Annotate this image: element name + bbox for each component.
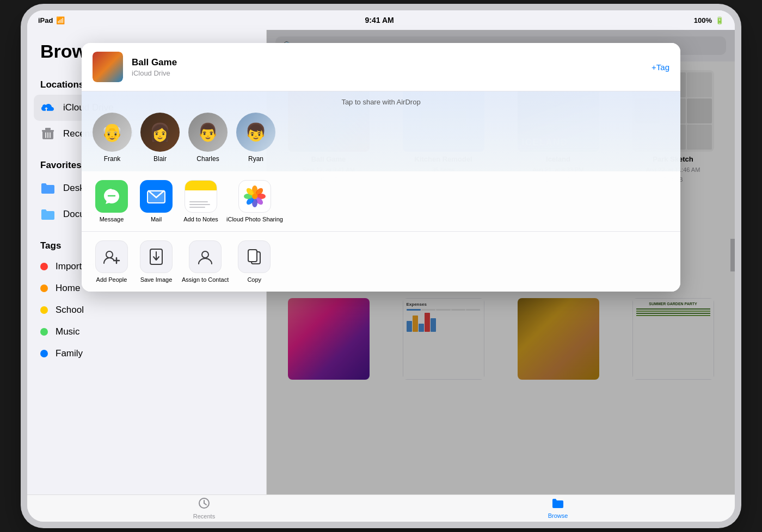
status-bar: iPad 📶 9:41 AM 100% 🔋 [27, 10, 735, 30]
tab-bar: Recents Browse [27, 494, 735, 522]
blair-avatar: 👩 [140, 113, 180, 152]
battery-percentage: 100% [694, 16, 712, 24]
add-people-label: Add People [96, 276, 127, 283]
action-assign-contact[interactable]: Assign to Contact [182, 240, 229, 283]
airdrop-contacts: 👴 Frank 👩 Blair 👨 Charles [93, 113, 669, 163]
svg-line-27 [204, 503, 206, 505]
add-people-icon [95, 240, 128, 273]
assign-contact-label: Assign to Contact [182, 276, 229, 283]
family-dot [40, 350, 48, 357]
icloud-icon [40, 100, 56, 115]
recents-label: Recents [193, 513, 215, 519]
favorites-title: Favorites [40, 160, 82, 171]
wifi-icon: 📶 [56, 16, 65, 24]
share-file-name: Ball Game [132, 57, 643, 68]
recents-icon [198, 497, 210, 512]
home-label: Home [56, 283, 80, 294]
svg-rect-2 [42, 130, 54, 132]
mail-icon [140, 180, 173, 213]
trash-icon [40, 126, 56, 141]
charles-avatar: 👨 [188, 113, 228, 152]
svg-point-17 [106, 251, 113, 258]
documents-folder-icon [40, 207, 56, 222]
locations-title: Locations [40, 79, 84, 90]
share-file-info: Ball Game iCloud Drive [132, 57, 643, 77]
tab-browse[interactable]: Browse [381, 498, 735, 519]
status-left: iPad 📶 [38, 16, 65, 24]
important-dot [40, 263, 48, 270]
ryan-name: Ryan [248, 155, 263, 163]
frank-avatar: 👴 [93, 113, 132, 152]
copy-icon [238, 240, 271, 273]
status-time: 9:41 AM [365, 16, 394, 24]
contact-ryan[interactable]: 👦 Ryan [236, 113, 275, 163]
device-name: iPad [38, 16, 53, 24]
frank-name: Frank [104, 155, 121, 163]
share-file-location: iCloud Drive [132, 69, 643, 77]
status-right: 100% 🔋 [694, 16, 724, 24]
action-row: Add People Save Image [82, 232, 680, 292]
sidebar-item-school[interactable]: School [34, 299, 260, 321]
svg-rect-1 [45, 128, 51, 130]
browse-label: Browse [548, 512, 568, 519]
blair-name: Blair [153, 155, 167, 163]
icloud-photo-sharing-icon [238, 180, 271, 213]
sidebar-item-music[interactable]: Music [34, 321, 260, 343]
airdrop-section: Tap to share with AirDrop 👴 Frank 👩 Blai… [82, 91, 680, 171]
action-save-image[interactable]: Save Image [137, 240, 175, 283]
action-copy[interactable]: Copy [235, 240, 273, 283]
assign-contact-icon [189, 240, 222, 273]
music-label: Music [56, 326, 79, 337]
notes-icon [185, 180, 217, 213]
ipad-frame: iPad 📶 9:41 AM 100% 🔋 Browse Edit Locati… [27, 10, 735, 522]
music-dot [40, 328, 48, 336]
app-message[interactable]: Message [93, 180, 131, 222]
svg-rect-24 [248, 250, 257, 262]
share-sheet-header: Ball Game iCloud Drive +Tag [82, 43, 680, 91]
svg-point-16 [252, 194, 257, 199]
tab-recents[interactable]: Recents [27, 497, 381, 519]
share-file-thumbnail [93, 52, 123, 82]
app-row: Message Mail [82, 171, 680, 232]
action-add-people[interactable]: Add People [93, 240, 131, 283]
messages-icon [95, 180, 128, 213]
contact-blair[interactable]: 👩 Blair [140, 113, 180, 163]
airdrop-label: Tap to share with AirDrop [93, 98, 669, 106]
ryan-avatar: 👦 [236, 113, 275, 152]
app-notes[interactable]: Add to Notes [182, 180, 220, 222]
mail-label: Mail [151, 216, 162, 222]
tags-title: Tags [40, 240, 61, 251]
battery-icon: 🔋 [715, 16, 724, 24]
family-label: Family [56, 348, 83, 359]
contact-charles[interactable]: 👨 Charles [188, 113, 228, 163]
icloud-photo-sharing-label: iCloud Photo Sharing [226, 216, 283, 222]
save-image-icon [140, 240, 173, 273]
school-label: School [56, 305, 84, 316]
save-image-label: Save Image [140, 276, 173, 283]
share-sheet: Ball Game iCloud Drive +Tag Tap to share… [82, 43, 680, 292]
message-label: Message [100, 216, 124, 222]
copy-label: Copy [247, 276, 261, 283]
browse-icon [552, 498, 564, 511]
notes-label: Add to Notes [183, 216, 218, 222]
svg-point-22 [202, 251, 208, 258]
charles-name: Charles [196, 155, 219, 163]
desktop-folder-icon [40, 181, 56, 196]
home-dot [40, 284, 48, 292]
app-icloud-photos[interactable]: iCloud Photo Sharing [226, 180, 283, 222]
tag-button[interactable]: +Tag [652, 63, 669, 72]
contact-frank[interactable]: 👴 Frank [93, 113, 132, 163]
app-mail[interactable]: Mail [137, 180, 175, 222]
school-dot [40, 306, 48, 314]
sidebar-item-family[interactable]: Family [34, 343, 260, 364]
